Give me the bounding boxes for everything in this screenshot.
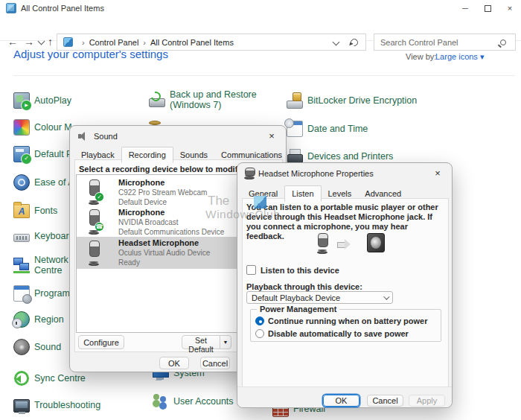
window-title: All Control Panel Items xyxy=(21,4,104,13)
ok-button[interactable]: OK xyxy=(159,357,189,369)
breadcrumb-separator: › xyxy=(82,38,85,47)
cp-item-sync-centre[interactable]: Sync Centre xyxy=(13,370,86,386)
page-title: Adjust your computer's settings xyxy=(13,48,168,60)
region-icon xyxy=(13,311,30,328)
microphone-icon xyxy=(84,241,103,266)
date-time-icon xyxy=(287,121,303,137)
microphone-icon xyxy=(316,233,328,254)
arrow-right-icon xyxy=(337,239,352,249)
default-check-badge xyxy=(95,192,104,202)
cp-item-ease-of-access[interactable]: Ease of A xyxy=(13,174,74,191)
view-by-dropdown[interactable]: Large icons ▾ xyxy=(435,52,484,62)
power-management-title: Power Management xyxy=(257,305,339,314)
microphone-icon xyxy=(84,179,103,205)
playback-device-value: Default Playback Device xyxy=(252,293,340,302)
configure-button[interactable]: Configure xyxy=(78,335,124,349)
cp-item-label-line2: Centre xyxy=(34,265,68,276)
ease-of-access-icon xyxy=(13,174,30,191)
headset-microphone-properties-dialog: Headset Microphone Properties × General … xyxy=(237,162,453,408)
forward-icon[interactable]: → xyxy=(24,36,34,47)
tab-recording[interactable]: Recording xyxy=(121,147,173,163)
cp-item-region[interactable]: Region xyxy=(13,311,64,328)
cp-item-bitlocker[interactable]: BitLocker Drive Encryption xyxy=(287,92,417,109)
tab-playback[interactable]: Playback xyxy=(74,147,121,162)
device-description: C922 Pro Stream Webcam xyxy=(118,188,207,197)
playback-device-select[interactable]: Default Playback Device xyxy=(246,291,393,304)
ok-button[interactable]: OK xyxy=(323,395,359,407)
cancel-button[interactable]: Cancel xyxy=(200,357,230,369)
default-programs-icon xyxy=(13,146,30,162)
bitlocker-icon xyxy=(287,92,303,109)
set-default-dropdown-icon[interactable]: ▼ xyxy=(220,335,231,349)
tab-listen[interactable]: Listen xyxy=(284,185,321,202)
control-panel-icon xyxy=(6,3,16,13)
cp-item-label: Sound xyxy=(34,342,61,352)
cp-item-label: Colour M xyxy=(34,122,72,133)
device-name: Microphone xyxy=(118,208,224,217)
cp-item-keyboard[interactable]: Keyboard xyxy=(13,229,74,242)
minimize-button[interactable]: ─ xyxy=(454,0,476,16)
device-status: Default Device xyxy=(118,197,207,207)
tab-general[interactable]: General xyxy=(242,186,284,201)
cp-item-backup-restore[interactable]: Back up and Restore(Windows 7) xyxy=(149,89,257,110)
back-icon[interactable]: ← xyxy=(7,36,18,47)
speaker-icon xyxy=(367,233,385,252)
refresh-icon[interactable] xyxy=(349,36,359,47)
cp-item-label: BitLocker Drive Encryption xyxy=(307,95,417,106)
breadcrumb-separator: › xyxy=(143,38,146,47)
cp-item-sound[interactable]: Sound xyxy=(13,339,61,355)
colour-management-icon xyxy=(13,119,30,136)
close-icon[interactable]: × xyxy=(431,167,444,180)
view-by-value: Large icons xyxy=(435,52,478,61)
cp-item-user-accounts[interactable]: User Accounts xyxy=(153,393,234,410)
search-input[interactable] xyxy=(374,38,500,47)
set-default-button[interactable]: Set Default xyxy=(182,335,220,349)
autoplay-icon xyxy=(13,92,30,109)
cp-item-colour-management[interactable]: Colour M xyxy=(13,119,72,136)
cp-item-network-centre[interactable]: NetworkCentre xyxy=(13,255,68,276)
address-dropdown-chevron-icon[interactable] xyxy=(333,39,340,46)
cp-item-label: User Accounts xyxy=(173,396,234,407)
cp-item-label: Devices and Printers xyxy=(307,151,393,162)
cancel-button[interactable]: Cancel xyxy=(367,395,403,407)
tab-advanced[interactable]: Advanced xyxy=(358,186,408,201)
troubleshooting-icon xyxy=(13,399,30,413)
close-icon[interactable]: × xyxy=(265,130,278,143)
playback-device-label: Playback through this device: xyxy=(246,282,362,291)
cp-item-label: AutoPlay xyxy=(34,95,71,106)
cp-item-date-time[interactable]: Date and Time xyxy=(287,121,368,137)
close-button[interactable]: × xyxy=(499,0,521,16)
breadcrumb-current[interactable]: All Control Panel Items xyxy=(150,38,234,47)
sound-dialog-titlebar: Sound xyxy=(70,126,286,147)
cp-item-label: Ease of A xyxy=(34,177,74,188)
up-icon[interactable]: ↑ xyxy=(48,36,53,47)
maximize-button[interactable] xyxy=(476,0,499,16)
apply-button[interactable]: Apply xyxy=(409,395,445,407)
cp-item-label-line2: (Windows 7) xyxy=(170,100,257,110)
sound-icon xyxy=(13,339,30,355)
cp-item-troubleshooting[interactable]: Troubleshooting xyxy=(13,398,100,413)
device-status: Default Communications Device xyxy=(118,227,224,237)
breadcrumb-root[interactable]: Control Panel xyxy=(89,38,139,47)
search-box[interactable] xyxy=(374,34,516,51)
device-name: Microphone xyxy=(118,178,207,188)
tab-communications[interactable]: Communications xyxy=(214,147,289,162)
recent-locations-chevron-icon[interactable] xyxy=(38,38,45,45)
device-description: NVIDIA Broadcast xyxy=(118,217,224,227)
listen-to-device-checkbox[interactable] xyxy=(246,265,256,275)
cp-item-label: Troubleshooting xyxy=(34,400,100,410)
listen-checkbox-label: Listen to this device xyxy=(260,266,339,275)
cp-item-programs[interactable]: Programs xyxy=(13,285,74,302)
microphone-icon xyxy=(246,168,253,179)
cp-item-label: Date and Time xyxy=(307,124,368,134)
radio-disable-to-save-power[interactable] xyxy=(255,329,264,338)
cp-item-autoplay[interactable]: AutoPlay xyxy=(13,92,71,109)
tab-levels[interactable]: Levels xyxy=(322,186,359,201)
user-accounts-icon xyxy=(153,393,169,410)
cp-item-default-programs[interactable]: Default P xyxy=(13,146,72,162)
radio-continue-running[interactable] xyxy=(255,316,264,325)
header-divider xyxy=(13,75,515,76)
cp-item-label: Back up and Restore xyxy=(170,89,257,100)
tab-sounds[interactable]: Sounds xyxy=(173,147,214,162)
cp-item-fonts[interactable]: Fonts xyxy=(13,203,57,218)
